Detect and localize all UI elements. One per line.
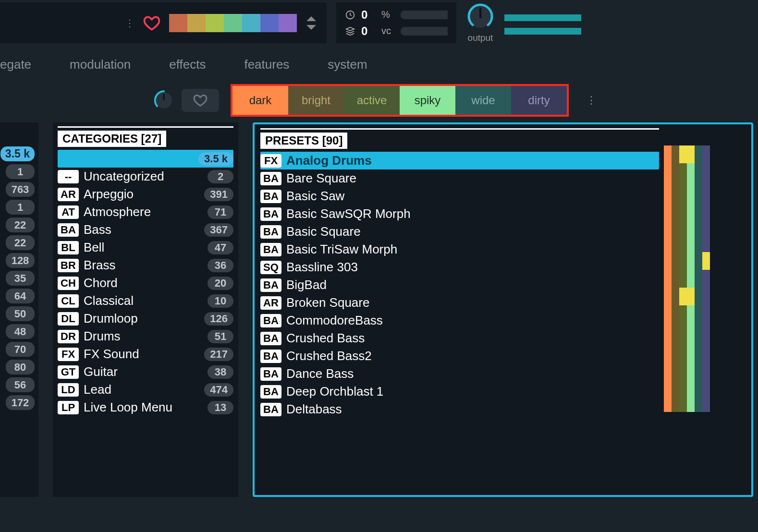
arrow-up-icon[interactable] (306, 14, 317, 22)
tab-modulation[interactable]: modulation (70, 57, 131, 72)
category-count: 217 (204, 348, 233, 361)
preset-code: BA (260, 314, 281, 327)
preset-row[interactable]: BABasic TriSaw Morph (260, 241, 659, 258)
bank-count[interactable]: 763 (6, 182, 35, 197)
preset-row[interactable]: BABigBad (260, 276, 659, 294)
bank-count[interactable]: 1 (6, 200, 35, 215)
category-label: Arpeggio (84, 187, 199, 202)
preset-row[interactable]: BABasic SawSQR Morph (260, 205, 659, 223)
swatch[interactable] (279, 14, 297, 32)
filter-favorites-button[interactable] (182, 89, 219, 112)
preset-row[interactable]: BACrushed Bass2 (260, 347, 659, 365)
category-label: Classical (84, 293, 203, 308)
category-label: Bass (84, 222, 199, 237)
favorite-icon[interactable] (143, 14, 160, 32)
category-row[interactable]: BLBell47 (58, 239, 233, 256)
cpu-meter: 0 % 0 vc (336, 2, 456, 43)
tag-swatches[interactable] (169, 14, 297, 32)
swatch[interactable] (224, 14, 242, 32)
output-knob[interactable] (466, 3, 495, 32)
bank-count[interactable]: 80 (6, 360, 35, 375)
preset-strip: ⋮ (0, 2, 327, 43)
category-row[interactable]: LDLead474 (58, 381, 233, 399)
swatch[interactable] (242, 14, 260, 32)
tab-system[interactable]: system (328, 57, 367, 72)
tab-effects[interactable]: effects (169, 57, 206, 72)
preset-row[interactable]: BADeep Orchblast 1 (260, 383, 659, 400)
category-row[interactable]: BABass367 (58, 221, 233, 239)
tag-filters: darkbrightactivespikywidedirty (231, 84, 569, 117)
category-label: Chord (84, 276, 203, 290)
preset-row[interactable]: BABare Square (260, 169, 659, 187)
bank-count[interactable]: 48 (6, 324, 35, 339)
category-row[interactable]: ATAtmosphere71 (58, 203, 233, 221)
tag-column (664, 145, 672, 412)
tab-egate[interactable]: egate (0, 57, 31, 72)
category-row[interactable]: DRDrums51 (58, 327, 233, 345)
preset-row[interactable]: BADeltabass (260, 400, 659, 418)
category-row[interactable]: GTGuitar38 (58, 363, 233, 381)
preset-label: Crushed Bass2 (286, 349, 659, 363)
tag-spiky[interactable]: spiky (400, 86, 455, 115)
swatch[interactable] (187, 14, 206, 32)
presets-column: PRESETS [90] FXAnalog DrumsBABare Square… (253, 122, 753, 497)
more-tags-icon[interactable]: ⋮ (586, 94, 597, 107)
swatch[interactable] (260, 14, 279, 32)
clock-icon (345, 10, 355, 20)
category-row[interactable]: ARArpeggio391 (58, 185, 233, 203)
bank-count[interactable]: 3.5 k (0, 146, 35, 161)
more-icon[interactable]: ⋮ (125, 17, 134, 29)
category-row[interactable]: DLDrumloop126 (58, 310, 233, 327)
tag-wide[interactable]: wide (455, 86, 511, 115)
bank-count[interactable]: 35 (6, 271, 35, 286)
tag-dirty[interactable]: dirty (511, 86, 567, 115)
preview-knob[interactable] (153, 89, 175, 111)
preset-code: BA (260, 278, 281, 292)
category-code: CH (58, 277, 79, 290)
preset-row[interactable]: BABasic Square (260, 223, 659, 241)
preset-label: Bassline 303 (286, 260, 659, 275)
preset-row[interactable]: ARBroken Square (260, 294, 659, 312)
preset-row[interactable]: BACrushed Bass (260, 329, 659, 347)
preset-label: Basic SawSQR Morph (286, 206, 659, 221)
category-row[interactable]: [ All ]3.5 k (58, 150, 233, 168)
bank-count[interactable]: 70 (6, 342, 35, 357)
preset-row[interactable]: BABasic Saw (260, 187, 659, 205)
bank-count[interactable]: 56 (6, 377, 35, 392)
tag-bright[interactable]: bright (288, 86, 344, 115)
swatch[interactable] (169, 14, 187, 32)
bank-count[interactable]: 22 (6, 218, 35, 232)
bank-count[interactable]: 22 (6, 235, 35, 250)
tag-dark[interactable]: dark (232, 86, 288, 115)
category-row[interactable]: FXFX Sound217 (58, 345, 233, 363)
preset-row[interactable]: FXAnalog Drums (260, 152, 659, 169)
bank-count[interactable]: 64 (6, 289, 35, 303)
bank-count[interactable]: 1 (6, 164, 35, 179)
preset-row[interactable]: BACommodoreBass (260, 312, 659, 329)
swatch[interactable] (206, 14, 224, 32)
preset-code: BA (260, 225, 281, 239)
preset-row[interactable]: SQBassline 303 (260, 258, 659, 276)
category-code: DL (58, 312, 79, 326)
tag-active[interactable]: active (344, 86, 400, 115)
tab-features[interactable]: features (244, 57, 289, 72)
category-row[interactable]: --Uncategorized2 (58, 168, 233, 185)
category-row[interactable]: LPLive Loop Menu13 (58, 399, 233, 416)
preset-label: BigBad (286, 278, 659, 292)
category-label: Brass (84, 258, 203, 273)
category-label: Guitar (84, 364, 203, 379)
bank-count[interactable]: 50 (6, 306, 35, 321)
bank-count[interactable]: 172 (6, 395, 35, 410)
bank-count[interactable]: 128 (6, 253, 35, 268)
category-label: FX Sound (84, 347, 199, 362)
arrow-down-icon[interactable] (306, 24, 317, 32)
category-code: FX (58, 348, 79, 361)
preset-label: Analog Drums (286, 153, 659, 168)
bank-counts-column: 3.5 k17631222212835645048708056172 (0, 122, 38, 497)
category-row[interactable]: CLClassical10 (58, 292, 233, 310)
category-row[interactable]: BRBrass36 (58, 256, 233, 274)
preset-row[interactable]: BADance Bass (260, 365, 659, 383)
category-code: -- (58, 170, 79, 183)
category-row[interactable]: CHChord20 (58, 274, 233, 292)
preset-code: SQ (260, 261, 281, 274)
